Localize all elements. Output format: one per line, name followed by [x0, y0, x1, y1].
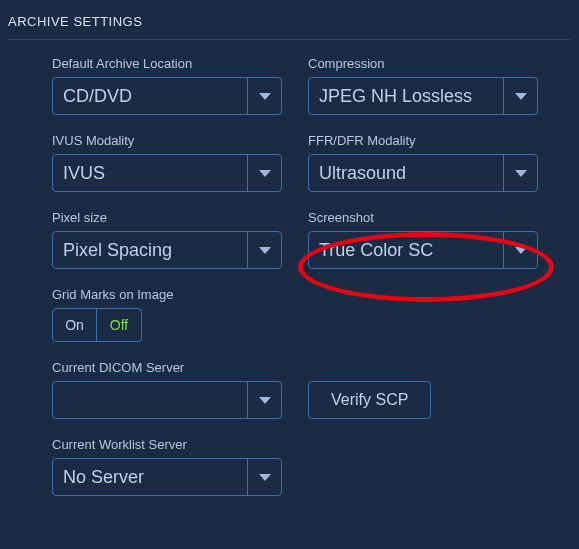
label-screenshot: Screenshot	[308, 210, 538, 225]
dropdown-value: Pixel Spacing	[53, 232, 247, 268]
label-ffr-dfr-modality: FFR/DFR Modality	[308, 133, 538, 148]
label-current-worklist-server: Current Worklist Server	[52, 437, 282, 452]
label-default-archive-location: Default Archive Location	[52, 56, 282, 71]
section-title: ARCHIVE SETTINGS	[8, 14, 571, 29]
dropdown-value: Ultrasound	[309, 155, 503, 191]
dropdown-value: True Color SC	[309, 232, 503, 268]
divider	[8, 39, 571, 40]
dropdown-current-worklist-server[interactable]: No Server	[52, 458, 282, 496]
label-ivus-modality: IVUS Modality	[52, 133, 282, 148]
toggle-on[interactable]: On	[53, 309, 97, 341]
dropdown-default-archive-location[interactable]: CD/DVD	[52, 77, 282, 115]
dropdown-pixel-size[interactable]: Pixel Spacing	[52, 231, 282, 269]
dropdown-screenshot[interactable]: True Color SC	[308, 231, 538, 269]
dropdown-value: JPEG NH Lossless	[309, 78, 503, 114]
dropdown-value: No Server	[53, 459, 247, 495]
chevron-down-icon[interactable]	[247, 382, 281, 418]
verify-scp-button[interactable]: Verify SCP	[308, 381, 431, 419]
dropdown-ffr-dfr-modality[interactable]: Ultrasound	[308, 154, 538, 192]
dropdown-value	[53, 382, 247, 418]
dropdown-compression[interactable]: JPEG NH Lossless	[308, 77, 538, 115]
chevron-down-icon[interactable]	[247, 155, 281, 191]
dropdown-value: IVUS	[53, 155, 247, 191]
chevron-down-icon[interactable]	[503, 232, 537, 268]
chevron-down-icon[interactable]	[247, 459, 281, 495]
toggle-off[interactable]: Off	[97, 309, 141, 341]
label-pixel-size: Pixel size	[52, 210, 282, 225]
chevron-down-icon[interactable]	[247, 232, 281, 268]
dropdown-value: CD/DVD	[53, 78, 247, 114]
chevron-down-icon[interactable]	[503, 155, 537, 191]
label-current-dicom-server: Current DICOM Server	[52, 360, 282, 375]
dropdown-current-dicom-server[interactable]	[52, 381, 282, 419]
chevron-down-icon[interactable]	[247, 78, 281, 114]
label-grid-marks: Grid Marks on Image	[52, 287, 538, 302]
dropdown-ivus-modality[interactable]: IVUS	[52, 154, 282, 192]
label-compression: Compression	[308, 56, 538, 71]
chevron-down-icon[interactable]	[503, 78, 537, 114]
toggle-grid-marks[interactable]: On Off	[52, 308, 142, 342]
